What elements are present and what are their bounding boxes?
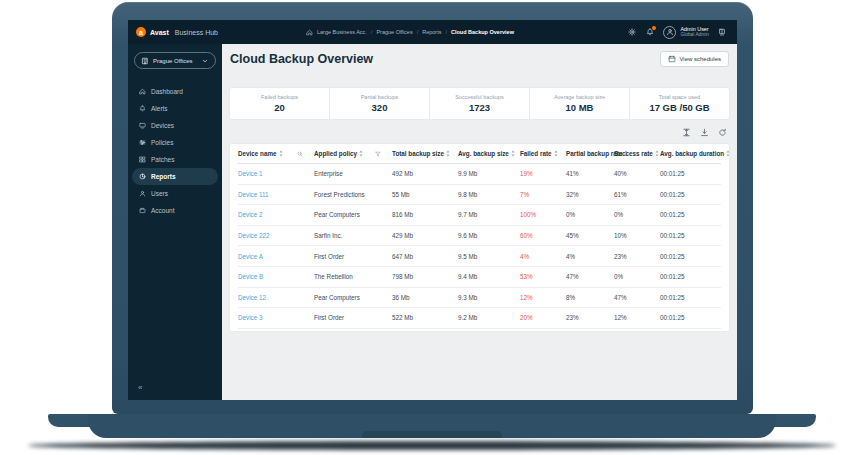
export-button[interactable] <box>700 128 709 137</box>
screen-body: Prague Offices DashboardAlertsDevicesPol… <box>128 44 737 400</box>
settings-gear-button[interactable] <box>627 27 637 37</box>
avatar <box>663 26 676 39</box>
cell-avg: 9.7 Mb <box>458 211 520 218</box>
sidebar-item-policies[interactable]: Policies <box>132 134 218 151</box>
column-header-avg-backup-size[interactable]: Avg. backup size <box>458 150 520 157</box>
sort-icon[interactable] <box>279 150 283 157</box>
title-row: Cloud Backup Overview View schedules <box>230 52 729 66</box>
column-header-avg-backup-duration[interactable]: Avg. backup duration <box>660 150 733 157</box>
notification-dot <box>652 26 656 30</box>
console-switcher-button[interactable] <box>717 27 727 37</box>
cell-avg: 9.2 Mb <box>458 314 520 321</box>
table-row: Device 3First Order522 Mb9.2 Mb20%23%12%… <box>238 308 721 329</box>
stat-value: 20 <box>274 102 285 113</box>
view-schedules-button[interactable]: View schedules <box>660 51 729 67</box>
stat-label: Average backup size <box>554 94 605 100</box>
cell-device[interactable]: Device 111 <box>238 191 314 198</box>
breadcrumb-item[interactable]: Prague Offices <box>376 29 412 35</box>
breadcrumb-item[interactable]: Reports <box>422 29 441 35</box>
cell-success: 47% <box>614 294 660 301</box>
laptop-base-notch <box>362 431 502 438</box>
refresh-button[interactable] <box>718 128 727 137</box>
sort-icon[interactable] <box>511 150 515 157</box>
sidebar-item-devices[interactable]: Devices <box>132 117 218 134</box>
sidebar-item-label: Dashboard <box>151 88 183 95</box>
org-selector[interactable]: Prague Offices <box>134 52 216 69</box>
row-height-button[interactable] <box>682 128 691 137</box>
cell-device[interactable]: Device 2 <box>238 211 314 218</box>
sidebar-item-label: Policies <box>151 139 173 146</box>
column-header-label: Device name <box>238 150 277 157</box>
filter-icon[interactable] <box>375 151 381 157</box>
column-header-device-name[interactable]: Device name <box>238 150 314 157</box>
notifications-button[interactable] <box>645 27 655 37</box>
stat-value: 17 GB /50 GB <box>649 102 709 113</box>
collapse-sidebar-button[interactable]: « <box>138 384 142 392</box>
breadcrumb-separator: / <box>417 29 419 35</box>
sidebar-item-patches[interactable]: Patches <box>132 151 218 168</box>
column-header-partial-backup-rate[interactable]: Partial backup rate <box>566 150 614 157</box>
brand[interactable]: a Avast Business Hub <box>136 27 222 37</box>
stat-tile: Total space used17 GB /50 GB <box>629 88 729 119</box>
home-icon <box>306 29 313 36</box>
breadcrumb-item[interactable]: Cloud Backup Overview <box>451 29 514 35</box>
cell-device[interactable]: Device A <box>238 253 314 260</box>
table-row: Device BThe Rebellion798 Mb9.4 Mb53%47%0… <box>238 267 721 288</box>
sidebar-item-label: Account <box>151 207 175 214</box>
sidebar-menu: DashboardAlertsDevicesPoliciesPatchesRep… <box>128 83 222 219</box>
table-header-row: Device nameApplied policyTotal backup si… <box>238 144 721 164</box>
cell-success: 40% <box>614 170 660 177</box>
cell-total: 36 Mb <box>392 294 458 301</box>
download-icon <box>700 128 709 137</box>
cell-device[interactable]: Device 12 <box>238 294 314 301</box>
cell-device[interactable]: Device B <box>238 273 314 280</box>
breadcrumb-item[interactable]: Large Business Acc. <box>317 29 367 35</box>
cell-duration: 00:01:25 <box>660 170 721 177</box>
cell-device[interactable]: Device 1 <box>238 170 314 177</box>
search-icon[interactable] <box>297 151 303 157</box>
table-toolbar <box>230 126 729 138</box>
user-icon <box>666 28 674 36</box>
cell-device[interactable]: Device 3 <box>238 314 314 321</box>
cell-avg: 9.3 Mb <box>458 294 520 301</box>
column-header-failed-rate[interactable]: Failed rate <box>520 150 566 157</box>
alerts-bell-icon <box>139 105 146 112</box>
sidebar-item-users[interactable]: Users <box>132 185 218 202</box>
cell-partial: 41% <box>566 170 614 177</box>
sidebar-item-label: Users <box>151 190 168 197</box>
laptop-screen: a Avast Business Hub Large Business Acc.… <box>128 20 737 400</box>
sidebar-item-account[interactable]: Account <box>132 202 218 219</box>
column-header-total-backup-size[interactable]: Total backup size <box>392 150 458 157</box>
cell-success: 0% <box>614 273 660 280</box>
user-menu[interactable]: Admin User Global Admin <box>663 26 709 39</box>
breadcrumb-separator: / <box>445 29 447 35</box>
users-icon <box>139 190 146 197</box>
cell-duration: 00:01:25 <box>660 191 721 198</box>
cell-device[interactable]: Device 222 <box>238 232 314 239</box>
sort-icon[interactable] <box>655 150 659 157</box>
table-body: Device 1Enterprise492 Mb9.9 Mb19%41%40%0… <box>238 164 721 329</box>
sort-icon[interactable] <box>359 150 363 157</box>
stat-label: Failed backups <box>261 94 298 100</box>
sidebar-item-alerts[interactable]: Alerts <box>132 100 218 117</box>
stat-tile: Successful backups1723 <box>429 88 529 119</box>
stat-label: Successful backups <box>455 94 504 100</box>
column-header-success-rate[interactable]: Success rate <box>614 150 660 157</box>
column-header-applied-policy[interactable]: Applied policy <box>314 150 392 157</box>
policies-icon <box>139 139 146 146</box>
main-content: Cloud Backup Overview View schedules Fai… <box>222 44 737 400</box>
cell-policy: Enterprise <box>314 170 392 177</box>
view-schedules-label: View schedules <box>679 56 721 62</box>
sidebar-item-reports[interactable]: Reports <box>132 168 218 185</box>
sort-icon[interactable] <box>554 150 558 157</box>
sort-icon[interactable] <box>726 150 730 157</box>
patches-icon <box>139 156 146 163</box>
sidebar-item-dashboard[interactable]: Dashboard <box>132 83 218 100</box>
sidebar-item-label: Patches <box>151 156 175 163</box>
sort-icon[interactable] <box>446 150 450 157</box>
column-header-label: Success rate <box>614 150 653 157</box>
cell-total: 429 Mb <box>392 232 458 239</box>
cell-duration: 00:01:25 <box>660 253 721 260</box>
cell-avg: 9.9 Mb <box>458 170 520 177</box>
cell-total: 55 Mb <box>392 191 458 198</box>
